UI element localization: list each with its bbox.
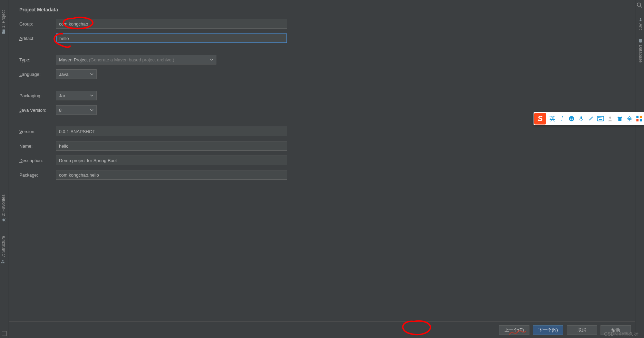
chevron-down-icon — [210, 58, 213, 61]
watermark-text: CSDN @热久呀 — [604, 331, 638, 337]
artifact-input[interactable] — [56, 33, 287, 43]
sidebar-structure-tool[interactable]: 7: Structure — [0, 235, 7, 265]
svg-rect-21 — [636, 119, 638, 121]
folder-icon — [1, 29, 6, 34]
svg-point-6 — [640, 19, 641, 21]
svg-rect-17 — [599, 119, 602, 120]
svg-point-7 — [639, 39, 642, 40]
packaging-combo[interactable]: Jar — [56, 91, 97, 100]
description-input[interactable] — [56, 156, 287, 165]
ime-keyboard-button[interactable] — [596, 113, 605, 124]
chevron-down-icon — [90, 72, 94, 76]
star-icon — [1, 218, 6, 222]
ime-full-button[interactable]: 全 — [625, 113, 634, 124]
project-metadata-form: Project Metadata Group: Artifact: Type: … — [19, 7, 625, 184]
database-icon — [638, 39, 643, 43]
language-value: Java — [59, 72, 68, 77]
sidebar-structure-label: 7: Structure — [1, 236, 6, 257]
svg-rect-16 — [602, 117, 602, 118]
svg-point-9 — [570, 118, 571, 118]
group-label: Group: — [19, 21, 56, 27]
version-label: Version: — [19, 129, 56, 134]
sidebar-favorites-label: 2: Favorites — [1, 195, 6, 216]
ime-grid-button[interactable] — [634, 113, 644, 124]
previous-button[interactable]: 上一个(P) — [499, 325, 529, 335]
svg-point-3 — [637, 3, 641, 6]
svg-rect-0 — [1, 262, 3, 264]
version-input[interactable] — [56, 127, 287, 136]
ime-user-button[interactable] — [605, 113, 615, 124]
search-icon[interactable] — [636, 2, 643, 10]
artifact-label: Artifact: — [19, 36, 56, 41]
svg-rect-15 — [601, 117, 601, 118]
structure-icon — [1, 259, 6, 264]
ime-punct-button[interactable]: ‚‛ — [557, 113, 567, 124]
sidebar-database-tool[interactable]: Database — [637, 37, 644, 64]
ime-skin-button[interactable] — [615, 113, 625, 124]
type-value: Maven Project — [59, 57, 88, 62]
ime-emoji-button[interactable] — [567, 113, 576, 124]
ime-logo-icon: S — [534, 113, 546, 125]
dialog-button-bar: 上一个(P) 下一个(N) 取消 帮助 — [9, 321, 635, 338]
chevron-down-icon — [90, 94, 94, 97]
description-label: Description: — [19, 158, 56, 163]
svg-rect-12 — [597, 116, 604, 121]
language-label: Language: — [19, 72, 56, 77]
packaging-label: Packaging: — [19, 93, 56, 98]
ime-toolbar[interactable]: S 英 ‚‛ 全 — [534, 112, 644, 125]
name-input[interactable] — [56, 141, 287, 151]
java-version-combo[interactable]: 8 — [56, 105, 97, 115]
sidebar-ant-tool[interactable]: Ant — [637, 16, 644, 31]
package-label: Package: — [19, 172, 56, 178]
ant-icon — [638, 17, 643, 22]
status-indicator — [2, 331, 7, 336]
sidebar-ant-label: Ant — [638, 23, 643, 30]
ime-lang-button[interactable]: 英 — [547, 113, 557, 124]
svg-rect-14 — [599, 117, 600, 118]
chevron-down-icon — [90, 108, 94, 112]
name-label: Name: — [19, 143, 56, 149]
svg-rect-1 — [3, 262, 4, 264]
type-label: Type: — [19, 57, 56, 62]
type-combo[interactable]: Maven Project (Generate a Maven based pr… — [56, 55, 216, 64]
right-tool-sidebar: Ant Database — [635, 0, 644, 338]
svg-rect-2 — [2, 260, 4, 261]
java-version-value: 8 — [59, 108, 61, 113]
language-combo[interactable]: Java — [56, 69, 97, 79]
java-version-label: Java Version: — [19, 108, 56, 113]
svg-rect-19 — [636, 116, 638, 118]
dialog-heading: Project Metadata — [19, 7, 625, 12]
svg-rect-13 — [598, 117, 599, 118]
ime-mic-button[interactable] — [576, 113, 586, 124]
package-input[interactable] — [56, 170, 287, 180]
svg-rect-11 — [580, 116, 582, 119]
svg-rect-22 — [640, 119, 642, 121]
sidebar-database-label: Database — [638, 45, 643, 62]
ime-brush-button[interactable] — [586, 113, 596, 124]
svg-point-18 — [609, 117, 611, 119]
left-tool-sidebar: 1: Project 2: Favorites 7: Structure — [0, 0, 9, 338]
sidebar-favorites-tool[interactable]: 2: Favorites — [0, 193, 7, 224]
group-input[interactable] — [56, 19, 287, 29]
cancel-button[interactable]: 取消 — [567, 325, 597, 335]
dialog-main-area: Project Metadata Group: Artifact: Type: … — [9, 0, 635, 338]
svg-point-8 — [569, 116, 574, 121]
sidebar-project-label: 1: Project — [1, 10, 6, 28]
svg-point-10 — [572, 118, 573, 118]
sidebar-project-tool[interactable]: 1: Project — [0, 9, 7, 36]
svg-line-4 — [640, 6, 642, 8]
next-button[interactable]: 下一个(N) — [533, 325, 563, 335]
type-hint: (Generate a Maven based project archive.… — [89, 57, 174, 62]
svg-rect-20 — [640, 116, 642, 118]
svg-point-5 — [640, 18, 641, 20]
packaging-value: Jar — [59, 93, 65, 98]
